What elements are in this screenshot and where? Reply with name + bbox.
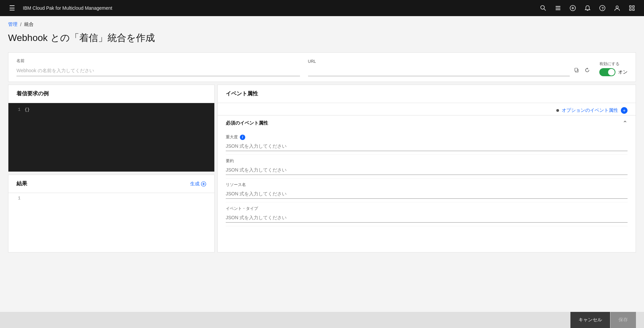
svg-rect-16: [575, 68, 577, 71]
enable-toggle-switch[interactable]: [599, 68, 615, 76]
toggle-on-label: オン: [618, 69, 628, 75]
breadcrumb: 管理 / 統合: [0, 16, 644, 30]
url-input[interactable]: [308, 65, 570, 76]
enable-label: 有効にする: [599, 61, 619, 67]
code-content: {}: [25, 107, 30, 168]
svg-point-10: [616, 6, 618, 8]
required-header[interactable]: 必須のイベント属性 ⌃: [226, 115, 628, 131]
result-line-numbers: 1: [14, 196, 20, 249]
resource-name-label: リソース名: [226, 182, 246, 188]
svg-rect-14: [633, 9, 634, 10]
search-icon[interactable]: [536, 0, 550, 16]
name-field-group: 名前: [16, 58, 300, 76]
breadcrumb-current: 統合: [24, 21, 34, 28]
required-section: 必須のイベント属性 ⌃ 重大度 i 要約: [218, 115, 636, 226]
summary-field: 要約: [226, 155, 628, 179]
left-col: 着信要求の例 1 {} 結果 生成: [8, 85, 215, 252]
code-line-numbers: 1: [14, 107, 20, 168]
breadcrumb-admin[interactable]: 管理: [8, 21, 17, 28]
bottom-bar: キャンセル 保存: [0, 312, 644, 328]
result-header: 結果 生成: [8, 175, 214, 193]
bullet-dot: [556, 109, 559, 112]
menu-icon[interactable]: ☰: [5, 0, 19, 16]
required-label: 必須のイベント属性: [226, 120, 268, 126]
two-col-section: 着信要求の例 1 {} 結果 生成: [8, 85, 636, 252]
result-title: 結果: [16, 180, 27, 187]
copy-url-button[interactable]: [572, 66, 581, 76]
help-icon[interactable]: ?: [596, 0, 609, 16]
add-optional-attr-button[interactable]: +: [621, 107, 628, 114]
code-editor[interactable]: 1 {}: [8, 103, 214, 172]
svg-rect-12: [633, 6, 634, 7]
svg-rect-4: [556, 9, 560, 10]
apps-icon[interactable]: [625, 0, 639, 16]
save-button[interactable]: 保存: [610, 312, 636, 328]
event-type-field: イベント・タイプ: [226, 202, 628, 226]
topbar-icons: ?: [536, 0, 639, 16]
event-type-label-row: イベント・タイプ: [226, 206, 628, 212]
resource-name-field: リソース名: [226, 179, 628, 202]
severity-label: 重大度: [226, 134, 238, 140]
form-header: 名前 URL 有効にする オン: [8, 52, 636, 82]
chevron-up-icon: ⌃: [622, 120, 628, 127]
notifications-icon[interactable]: [581, 0, 594, 16]
result-editor: 1: [8, 193, 214, 252]
user-icon[interactable]: [610, 0, 624, 16]
page-title: Webhook との「着信」統合を作成: [0, 30, 644, 52]
topbar-left: ☰ IBM Cloud Pak for Multicloud Managemen…: [5, 0, 112, 16]
app-title: IBM Cloud Pak for Multicloud Management: [23, 5, 112, 11]
url-label: URL: [308, 59, 592, 64]
severity-field: 重大度 i: [226, 131, 628, 155]
cancel-button[interactable]: キャンセル: [570, 312, 610, 328]
summary-label-row: 要約: [226, 158, 628, 164]
toggle-row: オン: [599, 68, 628, 76]
svg-line-1: [544, 9, 546, 10]
severity-input[interactable]: [226, 141, 628, 151]
svg-rect-11: [630, 6, 631, 7]
incoming-title: 着信要求の例: [8, 85, 214, 103]
summary-label: 要約: [226, 158, 234, 164]
incoming-panel: 着信要求の例 1 {}: [8, 85, 215, 172]
severity-info-icon[interactable]: i: [240, 135, 245, 140]
add-icon[interactable]: [566, 0, 579, 16]
optional-attrs-row: オプションのイベント属性 +: [218, 103, 636, 115]
list-icon[interactable]: [551, 0, 565, 16]
event-attrs-panel: イベント属性 オプションのイベント属性 + 必須のイベント属性 ⌃ 重大度 i: [217, 85, 636, 252]
svg-rect-3: [556, 8, 560, 8]
svg-rect-13: [630, 9, 631, 10]
name-label: 名前: [16, 58, 300, 64]
resource-name-label-row: リソース名: [226, 182, 628, 188]
refresh-url-button[interactable]: [583, 66, 591, 76]
svg-rect-2: [556, 6, 560, 7]
event-attrs-header: イベント属性: [218, 85, 636, 103]
summary-input[interactable]: [226, 165, 628, 175]
result-section: 結果 生成 1: [8, 175, 215, 252]
generate-button[interactable]: 生成: [190, 181, 206, 187]
url-field-group: URL: [308, 59, 592, 76]
main-content: 名前 URL 有効にする オン: [0, 52, 644, 252]
result-textarea[interactable]: [25, 196, 209, 249]
resource-name-input[interactable]: [226, 189, 628, 199]
svg-text:?: ?: [602, 6, 604, 10]
optional-attrs-link[interactable]: オプションのイベント属性: [562, 107, 618, 113]
enable-toggle-group: 有効にする オン: [599, 61, 628, 76]
severity-label-row: 重大度 i: [226, 134, 628, 140]
breadcrumb-sep: /: [20, 22, 22, 27]
url-row: [308, 65, 592, 76]
event-type-label: イベント・タイプ: [226, 206, 258, 212]
topbar: ☰ IBM Cloud Pak for Multicloud Managemen…: [0, 0, 644, 16]
name-input[interactable]: [16, 65, 300, 76]
event-type-input[interactable]: [226, 213, 628, 223]
event-attrs-title: イベント属性: [226, 90, 258, 97]
